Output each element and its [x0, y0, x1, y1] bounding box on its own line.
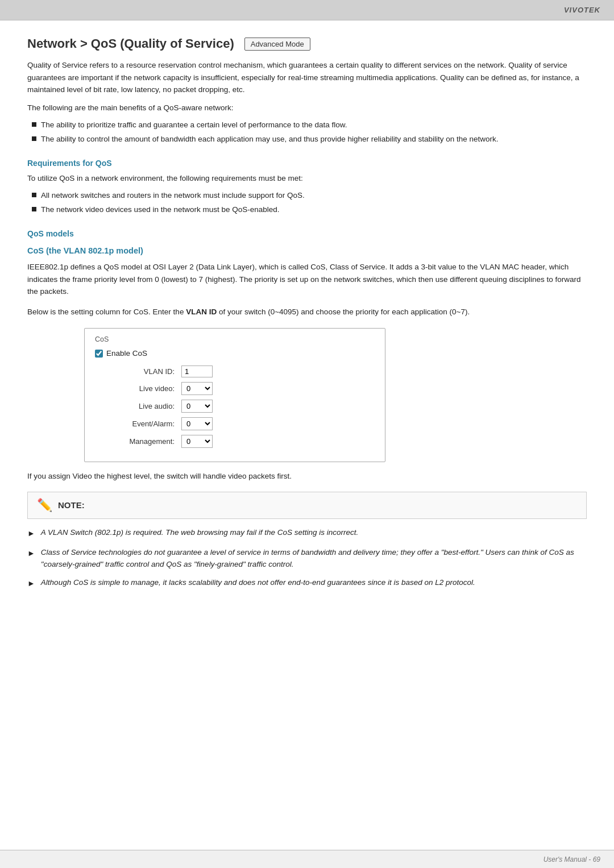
qos-models-heading[interactable]: QoS models	[27, 229, 587, 238]
cos-paragraph1: IEEE802.1p defines a QoS model at OSI La…	[27, 261, 587, 298]
bullet-icon	[32, 136, 36, 141]
qos-models-section: QoS models	[27, 229, 587, 238]
cos-vlan-input[interactable]	[181, 366, 213, 377]
cos-liveaudio-row: Live audio: 0123 4567	[95, 400, 375, 413]
note-bullets-list: ► A VLAN Switch (802.1p) is required. Th…	[27, 527, 587, 590]
cos-enable-row: Enable CoS	[95, 349, 375, 358]
advanced-mode-button[interactable]: Advanced Mode	[244, 38, 310, 51]
intro-paragraph: Quality of Service refers to a resource …	[27, 59, 587, 96]
requirements-list: All network switches and routers in the …	[32, 190, 587, 215]
top-bar: VIVOTEK	[0, 0, 614, 20]
cos-livevideo-label: Live video:	[112, 384, 175, 393]
arrow-icon: ►	[27, 547, 35, 560]
cos-heading: CoS (the VLAN 802.1p model)	[27, 246, 587, 255]
cos-section: CoS (the VLAN 802.1p model) IEEE802.1p d…	[27, 246, 587, 483]
note-box: ✏️ NOTE:	[27, 492, 587, 519]
cos-eventalarm-row: Event/Alarm: 0123 4567	[95, 417, 375, 430]
note-icon: ✏️	[37, 498, 52, 513]
footer-text: User's Manual - 69	[544, 855, 600, 863]
list-item: ► A VLAN Switch (802.1p) is required. Th…	[27, 527, 587, 540]
cos-eventalarm-label: Event/Alarm:	[112, 420, 175, 428]
arrow-icon: ►	[27, 528, 35, 540]
cos-liveaudio-label: Live audio:	[112, 402, 175, 410]
cos-management-row: Management: 0123 4567	[95, 435, 375, 448]
cos-vlan-label: VLAN ID:	[112, 367, 175, 376]
requirements-intro: To utilize QoS in a network environment,…	[27, 172, 587, 185]
cos-box-title: CoS	[95, 335, 375, 343]
list-item: All network switches and routers in the …	[32, 190, 587, 201]
benefits-intro: The following are the main benefits of a…	[27, 102, 587, 114]
enable-cos-label: Enable CoS	[106, 349, 147, 358]
page-content: Network > QoS (Quality of Service) Advan…	[0, 20, 614, 631]
bullet-icon	[32, 207, 36, 211]
cos-paragraph2: Below is the setting column for CoS. Ent…	[27, 306, 587, 318]
cos-eventalarm-select[interactable]: 0123 4567	[181, 417, 213, 430]
list-item: The ability to control the amount of ban…	[32, 134, 587, 145]
requirements-heading[interactable]: Requirements for QoS	[27, 159, 587, 168]
cos-note-below: If you assign Video the highest level, t…	[27, 470, 587, 483]
bullet-icon	[32, 122, 36, 127]
note-label: NOTE:	[58, 500, 85, 510]
cos-box: CoS Enable CoS VLAN ID: Live video: 0123…	[84, 328, 385, 462]
cos-livevideo-select[interactable]: 0123 4567	[181, 382, 213, 395]
bullet-icon	[32, 193, 36, 197]
brand-label: VIVOTEK	[564, 6, 600, 14]
cos-livevideo-row: Live video: 0123 4567	[95, 382, 375, 395]
list-item: The ability to prioritize traffic and gu…	[32, 119, 587, 131]
list-item: ► Although CoS is simple to manage, it l…	[27, 577, 587, 590]
cos-liveaudio-select[interactable]: 0123 4567	[181, 400, 213, 413]
list-item: ► Class of Service technologies do not g…	[27, 547, 587, 571]
page-title: Network > QoS (Quality of Service)	[27, 36, 234, 51]
enable-cos-checkbox[interactable]	[95, 350, 103, 358]
benefits-list: The ability to prioritize traffic and gu…	[32, 119, 587, 145]
arrow-icon: ►	[27, 578, 35, 590]
requirements-section: Requirements for QoS To utilize QoS in a…	[27, 159, 587, 215]
cos-vlan-row: VLAN ID:	[95, 366, 375, 377]
cos-management-select[interactable]: 0123 4567	[181, 435, 213, 448]
cos-management-label: Management:	[112, 437, 175, 446]
title-row: Network > QoS (Quality of Service) Advan…	[27, 36, 587, 51]
list-item: The network video devices used in the ne…	[32, 204, 587, 215]
bottom-bar: User's Manual - 69	[0, 850, 614, 868]
